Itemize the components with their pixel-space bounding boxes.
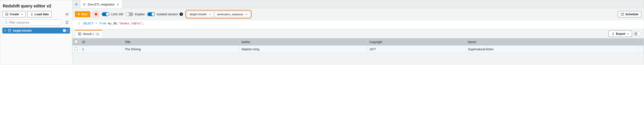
load-data-button[interactable]: Load data [27,11,52,18]
col-genre[interactable]: Genre [466,38,638,46]
row-checkbox-cell[interactable] [72,46,80,53]
sql-code: SELECT * from my_db."books_table"; [83,22,144,25]
tree-item-actions: i [63,29,68,32]
tree-item-label: target-cluster [13,29,32,32]
filter-row [2,20,70,26]
explain-toggle-group: Explain [126,12,145,16]
create-button-label: Create [10,12,19,16]
connection-selects-highlight: target-cluster destination_database [186,10,252,18]
export-button[interactable]: Export [608,30,632,37]
tab-zero-etl[interactable]: Zero-ETL integration [80,0,122,8]
col-author[interactable]: Author [239,38,367,46]
cell-copyright: 1977 [367,46,466,53]
play-icon [78,13,80,16]
close-tab-button[interactable] [116,4,119,6]
cluster-select-value: target-cluster [190,12,207,16]
schedule-button[interactable]: Schedule [618,11,641,18]
cell-genre: Supernatural fiction [466,46,638,53]
col-id[interactable]: ID [80,38,123,46]
caret-down-icon [209,13,211,15]
svg-point-6 [68,30,68,31]
svg-point-2 [8,29,10,30]
cluster-select[interactable]: target-cluster [187,11,214,17]
select-all-header[interactable] [72,38,80,46]
chevron-right-icon [4,30,6,32]
result-tab[interactable]: Result 1 (1) [75,30,102,37]
cell-spacer [638,46,644,53]
cell-author: Stephen King [239,46,367,53]
isolated-toggle-group: Isolated session i [147,12,183,16]
editor-line: 1 SELECT * from my_db."books_table"; [72,22,644,25]
upload-icon [30,12,34,16]
refresh-button[interactable] [64,20,70,26]
editor-tabbar: Zero-ETL integration [72,0,644,8]
result-tabbar: Result 1 (1) Export [72,29,644,38]
table-icon [78,32,82,36]
run-button[interactable]: Run [75,11,90,17]
caret-down-icon [21,13,23,15]
table-row[interactable]: 1 The Shining Stephen King 1977 Supernat… [72,46,644,53]
stop-icon [95,13,97,15]
info-icon[interactable]: i [180,12,183,16]
checkbox-icon [74,47,78,50]
checkbox-icon [74,40,78,43]
search-icon [5,21,8,24]
database-select[interactable]: destination_database [215,11,250,17]
result-count: (1) [96,32,99,36]
sidebar-actions: Create Load data [2,11,70,18]
stop-button[interactable] [93,11,99,18]
export-icon [611,32,615,36]
more-icon[interactable] [68,29,68,32]
schedule-label: Schedule [625,12,638,16]
filter-input-wrapper[interactable] [2,20,62,26]
svg-point-7 [68,31,68,32]
sql-editor[interactable]: 1 SELECT * from my_db."books_table"; [72,20,644,29]
svg-rect-8 [621,13,624,16]
export-label: Export [616,32,625,36]
limit-label: Limit 100 [111,12,123,16]
limit-toggle[interactable] [102,12,110,16]
explain-label: Explain [135,12,145,16]
main: Zero-ETL integration Run Limit 100 Expl [72,0,644,64]
table-header-row: ID Title Author Copyright Genre [72,38,644,46]
tree-item-target-cluster[interactable]: target-cluster i [2,28,70,34]
explain-toggle[interactable] [126,12,133,16]
load-data-label: Load data [35,12,49,16]
result-tab-label: Result 1 [83,32,94,36]
caret-down-icon [246,13,248,15]
isolated-toggle[interactable] [147,12,155,16]
filter-input[interactable] [9,21,60,24]
query-icon [83,3,86,6]
editor-toolbar: Run Limit 100 Explain Isolated session i… [72,8,644,20]
tab-label: Zero-ETL integration [88,3,115,6]
cell-title: The Shining [123,46,239,53]
line-number: 1 [72,22,83,25]
chart-toggle[interactable] [634,32,641,36]
new-tab-button[interactable] [72,0,80,8]
app-root: Redshift query editor v2 Create Load dat… [0,0,644,64]
limit-toggle-group: Limit 100 [102,12,123,16]
caret-down-icon [627,33,629,35]
sidebar: Redshift query editor v2 Create Load dat… [0,0,72,64]
col-copyright[interactable]: Copyright [367,38,466,46]
col-title[interactable]: Title [123,38,239,46]
cluster-icon [8,29,11,32]
create-button[interactable]: Create [2,11,26,18]
col-spacer [638,38,644,46]
isolated-label: Isolated session [157,12,178,16]
cell-id: 1 [80,46,123,53]
app-title: Redshift query editor v2 [2,2,70,11]
collapse-sidebar-button[interactable] [64,11,70,17]
info-icon[interactable]: i [63,29,66,32]
calendar-icon [621,12,624,16]
database-select-value: destination_database [217,13,243,16]
svg-point-5 [68,29,68,30]
run-label: Run [82,12,87,16]
results-table: ID Title Author Copyright Genre 1 The Sh… [72,38,644,53]
plus-circle-icon [5,12,8,16]
svg-rect-9 [78,33,81,35]
